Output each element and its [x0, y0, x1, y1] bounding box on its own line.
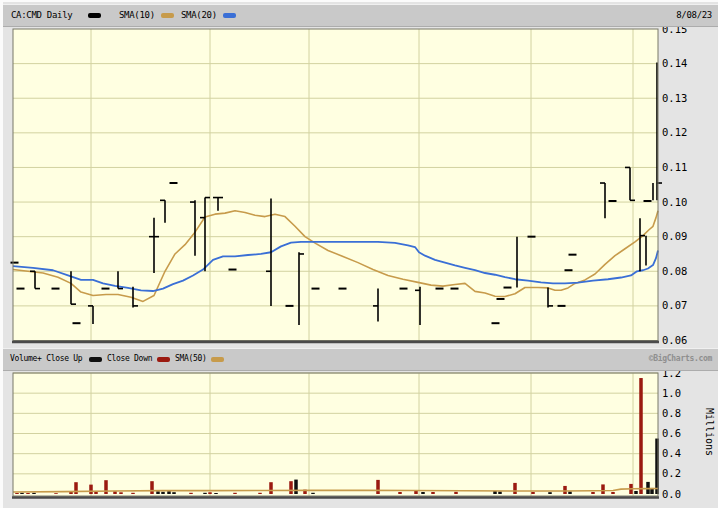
- close-up-swatch: [89, 357, 102, 362]
- svg-text:0.10: 0.10: [662, 196, 687, 208]
- sma10-swatch: [161, 13, 174, 18]
- svg-text:0.06: 0.06: [662, 334, 687, 346]
- svg-text:0.09: 0.09: [662, 230, 687, 242]
- sma50-swatch: [211, 357, 224, 362]
- volume-close-up-label: Volume+ Close Up: [10, 349, 82, 369]
- close-down-label: Close Down: [107, 349, 152, 369]
- sma20-label: SMA(20): [181, 5, 217, 25]
- svg-text:0.13: 0.13: [662, 92, 687, 104]
- svg-text:0.08: 0.08: [662, 265, 687, 277]
- sma50-label: SMA(50): [175, 349, 207, 369]
- volume-axis-unit-label: Millions: [704, 408, 715, 456]
- svg-text:0.4: 0.4: [662, 447, 681, 459]
- svg-text:0.07: 0.07: [662, 299, 687, 311]
- svg-text:0.6: 0.6: [662, 427, 681, 439]
- sma10-label: SMA(10): [119, 5, 155, 25]
- symbol-timeframe-label: CA:CMD Daily: [11, 5, 72, 25]
- volume-legend-bar: Volume+ Close Up Close Down SMA(50) ©Big…: [3, 348, 718, 371]
- svg-text:0.2: 0.2: [662, 467, 681, 479]
- svg-text:0.11: 0.11: [662, 161, 687, 173]
- svg-text:0.14: 0.14: [662, 57, 687, 69]
- svg-text:0.8: 0.8: [662, 407, 681, 419]
- close-down-swatch: [157, 357, 170, 362]
- svg-text:1.0: 1.0: [662, 387, 681, 399]
- price-series-swatch: [88, 13, 101, 18]
- price-legend-bar: CA:CMD Daily SMA(10) SMA(20) 8/08/23: [3, 4, 718, 27]
- price-volume-chart-svg: 0.150.140.130.120.110.100.090.080.070.06…: [3, 2, 718, 508]
- sma20-swatch: [223, 13, 236, 18]
- svg-text:0.0: 0.0: [662, 488, 681, 500]
- bigcharts-window: 0.150.140.130.120.110.100.090.080.070.06…: [0, 0, 718, 508]
- svg-text:0.12: 0.12: [662, 126, 687, 138]
- bigcharts-watermark: ©BigCharts.com: [649, 349, 712, 369]
- date-label: 8/08/23: [676, 5, 712, 25]
